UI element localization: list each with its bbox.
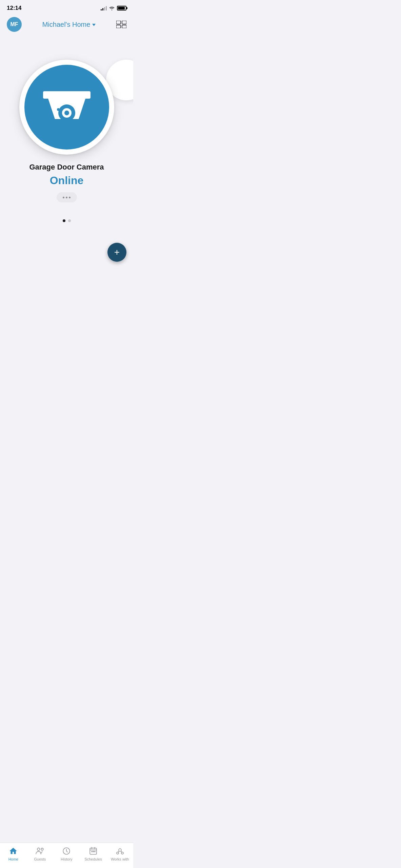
svg-rect-1: [122, 21, 126, 24]
page-dot-1: [63, 219, 65, 222]
dot-2: [66, 197, 67, 198]
header: MF Michael's Home: [0, 14, 133, 36]
wifi-icon: [109, 6, 115, 11]
status-time: 12:14: [7, 5, 21, 12]
device-more-button[interactable]: [57, 192, 77, 202]
svg-rect-3: [122, 25, 126, 28]
app-container: 12:14 MF Michael's Home: [0, 0, 133, 289]
avatar[interactable]: MF: [7, 17, 22, 32]
view-toggle-button[interactable]: [116, 20, 126, 28]
status-icons: [101, 6, 126, 11]
add-device-button[interactable]: +: [107, 243, 126, 262]
device-card[interactable]: Garage Door Camera Online: [19, 60, 114, 202]
camera-icon: [40, 85, 94, 129]
svg-point-7: [64, 111, 69, 115]
plus-icon: +: [114, 248, 120, 257]
device-status: Online: [50, 174, 84, 187]
device-icon-circle: [19, 60, 114, 155]
status-bar: 12:14: [0, 0, 133, 14]
battery-icon: [117, 6, 126, 11]
home-selector[interactable]: Michael's Home: [42, 21, 96, 28]
svg-rect-0: [116, 21, 121, 24]
svg-rect-2: [116, 25, 121, 28]
signal-icon: [101, 6, 107, 11]
page-dot-2: [68, 219, 71, 222]
svg-point-8: [57, 108, 60, 111]
device-carousel: Garage Door Camera Online: [7, 60, 126, 202]
pagination: [63, 219, 71, 222]
device-circle-inner: [24, 65, 109, 150]
dot-3: [69, 197, 71, 198]
device-name: Garage Door Camera: [29, 163, 104, 172]
svg-rect-4: [43, 91, 91, 99]
dropdown-arrow-icon: [92, 24, 96, 26]
dot-1: [63, 197, 64, 198]
home-title: Michael's Home: [42, 21, 91, 28]
main-content: Garage Door Camera Online: [0, 36, 133, 256]
